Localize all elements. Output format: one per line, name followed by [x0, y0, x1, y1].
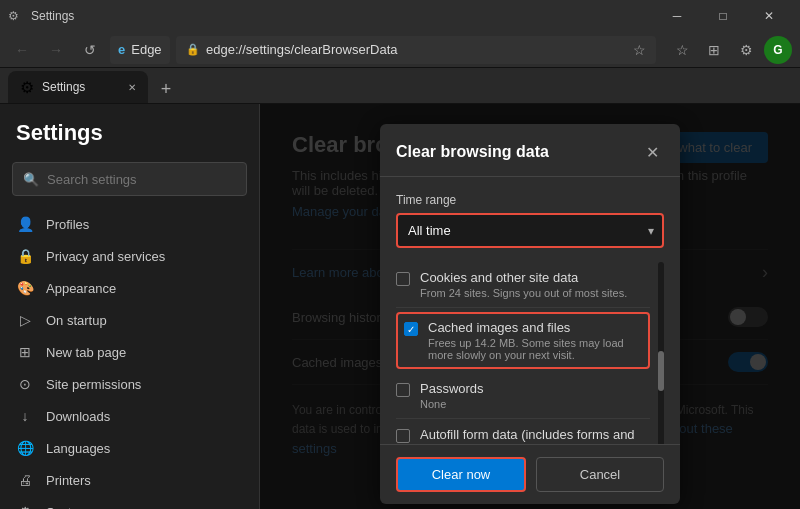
sidebar: Settings 🔍 👤 Profiles 🔒 Privacy and serv…	[0, 104, 260, 509]
tab-close-button[interactable]: ✕	[128, 82, 136, 93]
sidebar-item-system[interactable]: ⚙ System	[0, 496, 259, 509]
privacy-icon: 🔒	[16, 248, 34, 264]
cookies-desc: From 24 sites. Signs you out of most sit…	[420, 287, 627, 299]
sidebar-item-new-tab[interactable]: ⊞ New tab page	[0, 336, 259, 368]
cached-checkbox[interactable]	[404, 322, 418, 336]
cookies-label: Cookies and other site data	[420, 270, 627, 285]
modal-header: Clear browsing data ✕	[380, 124, 680, 177]
tab-icon: ⚙	[20, 78, 34, 97]
clear-browsing-data-modal: Clear browsing data ✕ Time range All tim…	[380, 124, 680, 504]
maximize-button[interactable]: □	[700, 0, 746, 32]
autofill-checkbox[interactable]	[396, 429, 410, 443]
passwords-label: Passwords	[420, 381, 484, 396]
modal-scrollbar[interactable]	[658, 262, 664, 444]
sidebar-item-label: New tab page	[46, 345, 126, 360]
sidebar-item-label: System	[46, 505, 89, 510]
appearance-icon: 🎨	[16, 280, 34, 296]
profiles-icon: 👤	[16, 216, 34, 232]
site-permissions-icon: ⊙	[16, 376, 34, 392]
downloads-icon: ↓	[16, 408, 34, 424]
content-area: Clear browsing data This includes histor…	[260, 104, 800, 509]
edge-label: Edge	[131, 42, 161, 57]
on-startup-icon: ▷	[16, 312, 34, 328]
edge-logo-icon: e	[118, 42, 125, 57]
autofill-checkbox-item: Autofill form data (includes forms and c…	[396, 419, 650, 444]
star-icon[interactable]: ☆	[633, 42, 646, 58]
autofill-label: Autofill form data (includes forms and c…	[420, 427, 650, 444]
close-button[interactable]: ✕	[746, 0, 792, 32]
title-bar: ⚙ Settings ─ □ ✕	[0, 0, 800, 32]
sidebar-title: Settings	[0, 120, 259, 162]
time-range-select[interactable]: All time Last hour Last day Last week La…	[396, 213, 664, 248]
cancel-button[interactable]: Cancel	[536, 457, 664, 492]
sidebar-item-appearance[interactable]: 🎨 Appearance	[0, 272, 259, 304]
refresh-button[interactable]: ↺	[76, 36, 104, 64]
modal-title: Clear browsing data	[396, 143, 549, 161]
cached-content: Cached images and files Frees up 14.2 MB…	[428, 320, 642, 361]
favorites-button[interactable]: ☆	[668, 36, 696, 64]
sidebar-item-on-startup[interactable]: ▷ On startup	[0, 304, 259, 336]
collections-button[interactable]: ⊞	[700, 36, 728, 64]
checkbox-list-area: Cookies and other site data From 24 site…	[396, 262, 664, 444]
settings-tab[interactable]: ⚙ Settings ✕	[8, 71, 148, 103]
window-title: Settings	[31, 9, 646, 23]
sidebar-item-label: Appearance	[46, 281, 116, 296]
time-range-select-wrapper: All time Last hour Last day Last week La…	[396, 213, 664, 248]
search-icon: 🔍	[23, 172, 39, 187]
minimize-button[interactable]: ─	[654, 0, 700, 32]
sidebar-item-downloads[interactable]: ↓ Downloads	[0, 400, 259, 432]
address-bar[interactable]: 🔒 edge://settings/clearBrowserData ☆	[176, 36, 656, 64]
passwords-checkbox[interactable]	[396, 383, 410, 397]
sidebar-item-label: Printers	[46, 473, 91, 488]
search-input[interactable]	[47, 172, 236, 187]
search-box[interactable]: 🔍	[12, 162, 247, 196]
modal-scrollbar-thumb	[658, 351, 664, 391]
cached-checkbox-item-highlighted: Cached images and files Frees up 14.2 MB…	[396, 312, 650, 369]
sidebar-item-label: Downloads	[46, 409, 110, 424]
modal-body: Time range All time Last hour Last day L…	[380, 177, 680, 444]
clear-now-button[interactable]: Clear now	[396, 457, 526, 492]
sidebar-item-label: Profiles	[46, 217, 89, 232]
passwords-checkbox-item: Passwords None	[396, 373, 650, 419]
passwords-content: Passwords None	[420, 381, 484, 410]
address-url: edge://settings/clearBrowserData	[206, 42, 397, 57]
window-controls: ─ □ ✕	[654, 0, 792, 32]
sidebar-item-label: On startup	[46, 313, 107, 328]
passwords-desc: None	[420, 398, 484, 410]
sidebar-item-privacy[interactable]: 🔒 Privacy and services	[0, 240, 259, 272]
cached-checkbox-row: Cached images and files Frees up 14.2 MB…	[404, 320, 642, 361]
printers-icon: 🖨	[16, 472, 34, 488]
cookies-checkbox-item: Cookies and other site data From 24 site…	[396, 262, 650, 308]
new-tab-icon: ⊞	[16, 344, 34, 360]
sidebar-item-site-permissions[interactable]: ⊙ Site permissions	[0, 368, 259, 400]
time-range-label: Time range	[396, 193, 664, 207]
main-layout: Settings 🔍 👤 Profiles 🔒 Privacy and serv…	[0, 104, 800, 509]
tab-title: Settings	[42, 80, 120, 94]
modal-close-button[interactable]: ✕	[640, 140, 664, 164]
cookies-content: Cookies and other site data From 24 site…	[420, 270, 627, 299]
forward-button[interactable]: →	[42, 36, 70, 64]
back-button[interactable]: ←	[8, 36, 36, 64]
tab-bar: ⚙ Settings ✕ +	[0, 68, 800, 104]
profile-button[interactable]: G	[764, 36, 792, 64]
extensions-button[interactable]: ⚙	[732, 36, 760, 64]
modal-footer: Clear now Cancel	[380, 444, 680, 504]
lock-icon: 🔒	[186, 43, 200, 56]
sidebar-item-label: Site permissions	[46, 377, 141, 392]
sidebar-item-printers[interactable]: 🖨 Printers	[0, 464, 259, 496]
sidebar-item-label: Languages	[46, 441, 110, 456]
system-icon: ⚙	[16, 504, 34, 509]
modal-overlay: Clear browsing data ✕ Time range All tim…	[260, 104, 800, 509]
sidebar-item-profiles[interactable]: 👤 Profiles	[0, 208, 259, 240]
sidebar-item-languages[interactable]: 🌐 Languages	[0, 432, 259, 464]
languages-icon: 🌐	[16, 440, 34, 456]
sidebar-item-label: Privacy and services	[46, 249, 165, 264]
browser-toolbar: ← → ↺ e Edge 🔒 edge://settings/clearBrow…	[0, 32, 800, 68]
address-bar-icons: ☆	[633, 42, 646, 58]
checkboxes-list: Cookies and other site data From 24 site…	[396, 262, 650, 444]
cached-desc: Frees up 14.2 MB. Some sites may load mo…	[428, 337, 642, 361]
cached-label: Cached images and files	[428, 320, 642, 335]
new-tab-button[interactable]: +	[152, 75, 180, 103]
toolbar-icons: ☆ ⊞ ⚙ G	[668, 36, 792, 64]
cookies-checkbox[interactable]	[396, 272, 410, 286]
